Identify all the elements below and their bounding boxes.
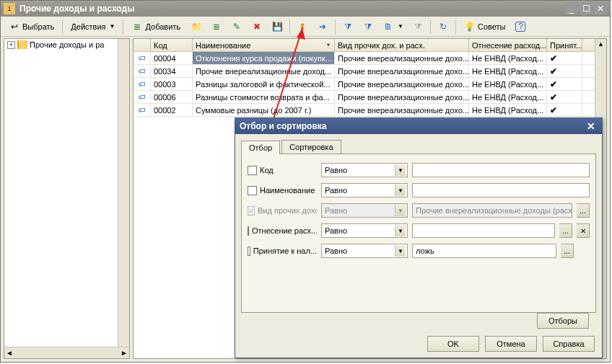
dialog-close-button[interactable]: ✕ bbox=[585, 120, 598, 132]
grid-rows: 🏷00004Отклонения курса продажи (покупк..… bbox=[134, 52, 606, 117]
dialog-titlebar: Отбор и сортировка ✕ bbox=[235, 118, 602, 134]
tree-scrollbar-v[interactable] bbox=[118, 39, 129, 347]
app-icon: 1 bbox=[4, 3, 15, 14]
dialog-tabs: Отбор Сортировка bbox=[241, 140, 596, 154]
col-name[interactable]: Наименование▼ bbox=[193, 39, 335, 51]
filters-button[interactable]: Отборы bbox=[537, 313, 589, 329]
filter-op-code[interactable]: Равно▼ bbox=[321, 163, 408, 177]
filter-op-expense[interactable]: Равно▼ bbox=[321, 223, 408, 238]
move-icon: ➜ bbox=[317, 21, 328, 32]
save-button[interactable]: 💾 bbox=[268, 19, 287, 35]
tree-root-item[interactable]: + Прочие доходы и ра bbox=[4, 39, 129, 50]
filter-val-accept[interactable]: ложь bbox=[412, 244, 556, 258]
filter-check-kind: ✓Вид прочих дохо... bbox=[248, 206, 317, 216]
edit-icon: ✎ bbox=[231, 21, 242, 32]
toolbar: ↩Выбрать Действия▼ ≣Добавить 📁 ≣ ✎ ✖ 💾 ⬍… bbox=[1, 17, 610, 37]
table-row[interactable]: 🏷00034Прочие внереализационные доход...П… bbox=[134, 65, 606, 78]
filter-check-name[interactable]: Наименование bbox=[248, 186, 317, 195]
filter-row-name: Наименование Равно▼ bbox=[248, 182, 590, 199]
filter-val-name[interactable] bbox=[412, 183, 590, 197]
add-icon: ≣ bbox=[131, 21, 143, 32]
filter-sort-button[interactable]: ⧩ bbox=[338, 19, 357, 35]
filter-op-accept[interactable]: Равно▼ bbox=[321, 244, 408, 258]
table-row[interactable]: 🏷00006Разницы стоимости возврата и фа...… bbox=[134, 91, 606, 104]
window-title: Прочие доходы и расходы bbox=[19, 4, 565, 14]
chevron-down-icon: ▼ bbox=[395, 164, 406, 176]
choose-label: Выбрать bbox=[22, 22, 54, 31]
table-row[interactable]: 🏷00003Разницы залоговой и фактической...… bbox=[134, 78, 606, 91]
close-button[interactable]: ✕ bbox=[594, 3, 607, 14]
actions-label: Действия bbox=[71, 22, 105, 31]
add-folder-icon: 📁 bbox=[191, 21, 202, 32]
tips-button[interactable]: 💡Советы bbox=[459, 19, 510, 35]
tab-filter[interactable]: Отбор bbox=[241, 141, 280, 154]
tree-pane: + Прочие доходы и ра ◄► bbox=[4, 38, 130, 359]
actions-button[interactable]: Действия▼ bbox=[66, 19, 120, 35]
ellipsis-button-accept[interactable]: ... bbox=[561, 244, 574, 258]
row-icon: 🏷 bbox=[136, 80, 147, 89]
cancel-button[interactable]: Отмена bbox=[485, 336, 537, 352]
tree-scrollbar-h[interactable]: ◄► bbox=[4, 347, 129, 358]
chevron-down-icon: ▼ bbox=[395, 205, 406, 216]
ok-button[interactable]: OK bbox=[427, 336, 479, 352]
minimize-button[interactable]: _ bbox=[565, 3, 578, 14]
tab-content: Код Равно▼ Наименование Равно▼ ✓Вид проч… bbox=[241, 154, 596, 313]
help-button[interactable]: Справка bbox=[543, 336, 595, 352]
clear-filter-button[interactable]: ⧩ bbox=[408, 19, 427, 35]
filter-val-expense[interactable] bbox=[412, 223, 555, 238]
maximize-button[interactable]: ☐ bbox=[580, 3, 593, 14]
col-expense[interactable]: Отнесение расход... bbox=[469, 39, 547, 51]
help-icon: ? bbox=[515, 22, 525, 32]
add-folder-button[interactable]: 📁 bbox=[187, 19, 206, 35]
tree-root-label: Прочие доходы и ра bbox=[30, 40, 104, 49]
ellipsis-button-kind[interactable]: ... bbox=[577, 203, 590, 218]
row-icon: 🏷 bbox=[136, 54, 147, 63]
col-kind[interactable]: Вид прочих дох. и расх. bbox=[335, 39, 469, 51]
hierarchy-button[interactable]: ⬍ bbox=[293, 19, 312, 35]
ellipsis-button-expense[interactable]: ... bbox=[559, 223, 572, 238]
clear-filter-icon: ⧩ bbox=[412, 21, 424, 32]
copy-button[interactable]: ≣ bbox=[207, 19, 226, 35]
history-button[interactable]: 🗎▼ bbox=[379, 19, 407, 35]
refresh-button[interactable]: ↻ bbox=[434, 19, 453, 35]
hierarchy-icon: ⬍ bbox=[297, 21, 308, 32]
edit-button[interactable]: ✎ bbox=[227, 19, 246, 35]
history-icon: 🗎 bbox=[382, 21, 394, 32]
choose-button[interactable]: ↩Выбрать bbox=[4, 19, 59, 35]
table-row[interactable]: 🏷00002Суммовые разницы (до 2007 г.)Прочи… bbox=[134, 104, 606, 117]
quick-filter-icon: ⧩ bbox=[362, 21, 374, 32]
add-label: Добавить bbox=[145, 22, 180, 31]
filter-check-code[interactable]: Код bbox=[248, 166, 317, 175]
col-code[interactable]: Код bbox=[151, 39, 193, 51]
chevron-down-icon: ▼ bbox=[395, 185, 406, 196]
help-button[interactable]: ? bbox=[512, 19, 529, 35]
funnel-icon: ⧩ bbox=[342, 21, 354, 32]
copy-icon: ≣ bbox=[211, 21, 222, 32]
filter-val-kind: Прочие внереализационные доходы (расхо..… bbox=[412, 203, 572, 218]
col-blank[interactable] bbox=[134, 39, 151, 51]
move-button[interactable]: ➜ bbox=[313, 19, 332, 35]
filter-row-code: Код Равно▼ bbox=[248, 161, 590, 179]
col-accept[interactable]: Принят... bbox=[547, 39, 582, 51]
refresh-icon: ↻ bbox=[437, 21, 449, 32]
tips-label: Советы bbox=[478, 22, 505, 31]
table-row[interactable]: 🏷00004Отклонения курса продажи (покупк..… bbox=[134, 52, 606, 65]
filter-row-accept: Принятие к нал... Равно▼ ложь ... bbox=[248, 242, 590, 259]
chevron-down-icon: ▼ bbox=[395, 225, 406, 236]
filter-check-accept[interactable]: Принятие к нал... bbox=[248, 247, 317, 256]
delete-icon: ✖ bbox=[251, 21, 263, 32]
tab-sort[interactable]: Сортировка bbox=[281, 140, 341, 154]
filter-row-expense: Отнесение расх... Равно▼ ... ✕ bbox=[248, 222, 590, 239]
filter-op-name[interactable]: Равно▼ bbox=[321, 183, 408, 197]
choose-icon: ↩ bbox=[9, 21, 20, 32]
expand-icon[interactable]: + bbox=[7, 41, 15, 49]
clear-button-expense[interactable]: ✕ bbox=[577, 223, 590, 238]
filter-check-expense[interactable]: Отнесение расх... bbox=[248, 226, 317, 236]
filter-val-code[interactable] bbox=[412, 163, 590, 177]
save-icon: 💾 bbox=[271, 21, 283, 32]
folder-icon bbox=[17, 40, 27, 49]
quick-filter-button[interactable]: ⧩ bbox=[359, 19, 377, 35]
bulb-icon: 💡 bbox=[464, 21, 476, 32]
mark-delete-button[interactable]: ✖ bbox=[248, 19, 266, 35]
add-button[interactable]: ≣Добавить bbox=[126, 19, 185, 35]
